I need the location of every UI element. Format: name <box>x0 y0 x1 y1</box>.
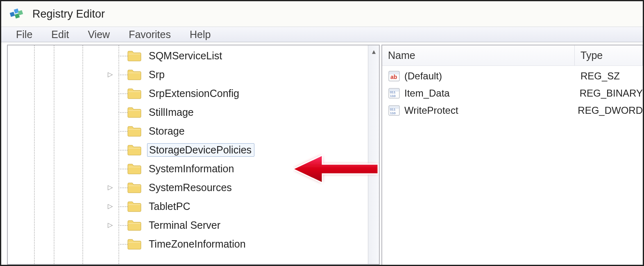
menu-view[interactable]: View <box>85 28 112 41</box>
svg-rect-1 <box>14 9 19 14</box>
tree-item-label: Srp <box>147 68 167 81</box>
folder-icon <box>127 88 141 99</box>
menu-file[interactable]: File <box>14 28 35 41</box>
tree-scrollbar[interactable]: ▴ <box>368 45 379 264</box>
titlebar: Registry Editor <box>1 1 643 27</box>
folder-icon <box>127 182 141 193</box>
expander-icon[interactable]: ▷ <box>108 222 113 228</box>
string-value-icon <box>388 70 400 82</box>
tree-item-label: SystemInformation <box>147 162 236 175</box>
tree-item[interactable]: ▷ Terminal Server <box>127 216 368 234</box>
tree-item[interactable]: ▷ TabletPC <box>127 197 368 216</box>
value-type: REG_BINARY <box>574 88 643 99</box>
menu-help[interactable]: Help <box>187 28 213 41</box>
tree-item-label: StillImage <box>147 106 196 119</box>
tree-pane: SQMServiceList ▷ Srp SrpExtensionConfig … <box>7 45 380 265</box>
content-area: SQMServiceList ▷ Srp SrpExtensionConfig … <box>1 42 643 265</box>
value-type: REG_DWORD <box>572 105 643 116</box>
tree-item[interactable]: ▷ Srp <box>127 65 368 84</box>
tree-item[interactable]: StorageDevicePolicies <box>127 140 368 159</box>
tree-item-label: SystemResources <box>147 181 234 194</box>
tree-item[interactable]: SQMServiceList <box>127 46 368 65</box>
details-row[interactable]: Item_Data REG_BINARY <box>382 85 643 102</box>
app-icon <box>9 7 24 21</box>
folder-icon <box>127 144 141 156</box>
details-pane: Name Type (Default) REG_SZ Item_Data REG… <box>381 45 643 265</box>
tree-body[interactable]: SQMServiceList ▷ Srp SrpExtensionConfig … <box>8 45 368 264</box>
tree-item-label: StorageDevicePolicies <box>147 143 254 157</box>
tree-item[interactable]: TimeZoneInformation <box>127 234 368 253</box>
folder-icon <box>127 69 141 80</box>
tree-item[interactable]: SystemInformation <box>127 159 368 178</box>
folder-icon <box>127 50 141 61</box>
folder-icon <box>127 125 141 137</box>
tree-item-label: Terminal Server <box>147 219 223 232</box>
column-header-type[interactable]: Type <box>575 45 643 65</box>
svg-rect-0 <box>10 12 15 17</box>
column-header-name[interactable]: Name <box>382 45 575 65</box>
tree-item[interactable]: SrpExtensionConfig <box>127 84 368 103</box>
value-type: REG_SZ <box>575 70 620 82</box>
registry-editor-window: Registry Editor File Edit View Favorites… <box>0 0 644 266</box>
expander-icon[interactable]: ▷ <box>108 71 113 78</box>
window-title: Registry Editor <box>32 8 105 20</box>
tree-item[interactable]: ▷ SystemResources <box>127 178 368 197</box>
menu-edit[interactable]: Edit <box>49 28 71 41</box>
details-row[interactable]: WriteProtect REG_DWORD <box>382 102 643 119</box>
tree-item-label: SrpExtensionConfig <box>147 87 242 100</box>
binary-value-icon <box>388 105 400 116</box>
value-name: (Default) <box>404 70 442 82</box>
menubar: File Edit View Favorites Help <box>1 27 643 42</box>
details-header: Name Type <box>382 45 643 66</box>
expander-icon[interactable]: ▷ <box>108 184 113 191</box>
tree-item[interactable]: StillImage <box>127 103 368 122</box>
menu-favorites[interactable]: Favorites <box>126 28 173 41</box>
tree-item-label: TimeZoneInformation <box>147 238 248 250</box>
tree-item-label: Storage <box>147 125 187 138</box>
folder-icon <box>127 238 141 250</box>
tree-item[interactable]: Storage <box>127 122 368 140</box>
tree-item-label: TabletPC <box>147 200 193 213</box>
folder-icon <box>127 219 141 231</box>
value-name: WriteProtect <box>404 105 458 116</box>
binary-value-icon <box>388 88 400 99</box>
details-row[interactable]: (Default) REG_SZ <box>382 68 643 85</box>
folder-icon <box>127 201 141 212</box>
tree-item-label: SQMServiceList <box>147 50 224 62</box>
folder-icon <box>127 106 141 118</box>
folder-icon <box>127 163 141 174</box>
expander-icon[interactable]: ▷ <box>108 203 113 210</box>
value-name: Item_Data <box>404 88 450 99</box>
scroll-up-icon[interactable]: ▴ <box>372 45 376 58</box>
